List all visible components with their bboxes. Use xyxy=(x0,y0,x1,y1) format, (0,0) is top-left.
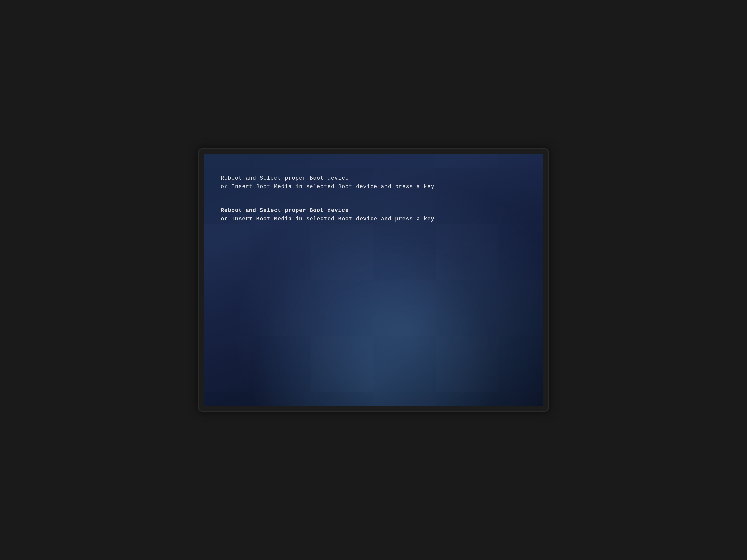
monitor-frame: Reboot and Select proper Boot device or … xyxy=(199,149,548,411)
boot-message-line-2-1: Reboot and Select proper Boot device xyxy=(221,206,526,215)
boot-message-group-1: Reboot and Select proper Boot device or … xyxy=(221,174,526,191)
boot-message-line-1-1: Reboot and Select proper Boot device xyxy=(221,174,526,183)
boot-message-group-2: Reboot and Select proper Boot device or … xyxy=(221,206,526,223)
boot-message-line-2-2: or Insert Boot Media in selected Boot de… xyxy=(221,215,526,223)
boot-message-line-1-2: or Insert Boot Media in selected Boot de… xyxy=(221,183,526,191)
bios-screen: Reboot and Select proper Boot device or … xyxy=(204,154,543,406)
